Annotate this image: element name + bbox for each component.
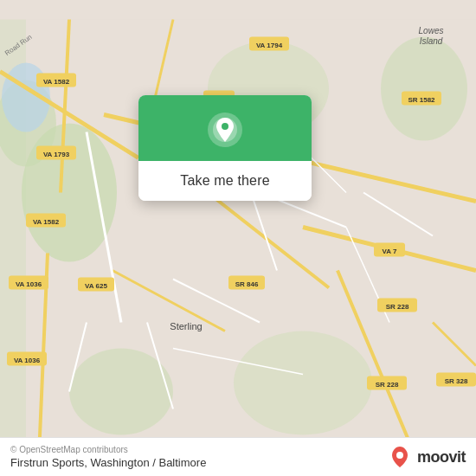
map-background: VA 7 VA 1582 VA 1793 VA 1582 VA 1036 VA … bbox=[0, 0, 476, 476]
svg-point-64 bbox=[222, 123, 228, 130]
svg-text:VA 1582: VA 1582 bbox=[33, 218, 60, 226]
svg-text:SR 846: SR 846 bbox=[235, 280, 259, 288]
moovit-pin-icon bbox=[388, 445, 412, 469]
popup-green-area bbox=[138, 95, 312, 161]
bottom-left-info: © OpenStreetMap contributors Firstrun Sp… bbox=[10, 445, 206, 469]
svg-text:SR 328: SR 328 bbox=[445, 377, 468, 385]
map-container: VA 7 VA 1582 VA 1793 VA 1582 VA 1036 VA … bbox=[0, 0, 476, 476]
svg-text:VA 1036: VA 1036 bbox=[14, 357, 41, 364]
popup-card: Take me there bbox=[138, 95, 312, 201]
svg-text:SR 228: SR 228 bbox=[376, 381, 399, 389]
svg-text:VA 1794: VA 1794 bbox=[256, 42, 283, 49]
svg-text:VA 7: VA 7 bbox=[383, 248, 397, 255]
copyright-text: © OpenStreetMap contributors bbox=[10, 445, 206, 454]
svg-text:VA 1582: VA 1582 bbox=[43, 78, 70, 86]
svg-text:Lowes: Lowes bbox=[419, 26, 444, 35]
svg-point-6 bbox=[234, 331, 372, 435]
moovit-brand-text: moovit bbox=[417, 448, 466, 466]
svg-text:VA 1036: VA 1036 bbox=[16, 280, 42, 288]
bottom-bar: © OpenStreetMap contributors Firstrun Sp… bbox=[0, 437, 476, 476]
svg-text:VA 1793: VA 1793 bbox=[43, 151, 70, 158]
svg-text:SR 1582: SR 1582 bbox=[408, 96, 435, 104]
svg-point-65 bbox=[396, 452, 403, 459]
location-title: Firstrun Sports, Washington / Baltimore bbox=[10, 456, 206, 469]
svg-text:VA 625: VA 625 bbox=[85, 282, 107, 290]
location-pin-icon bbox=[206, 111, 244, 149]
svg-text:Island: Island bbox=[420, 36, 443, 46]
svg-point-5 bbox=[69, 349, 173, 435]
moovit-logo: moovit bbox=[388, 445, 466, 469]
svg-text:Sterling: Sterling bbox=[170, 321, 202, 331]
take-me-there-button[interactable]: Take me there bbox=[138, 161, 312, 201]
svg-point-3 bbox=[381, 37, 467, 141]
svg-text:SR 228: SR 228 bbox=[386, 303, 409, 311]
